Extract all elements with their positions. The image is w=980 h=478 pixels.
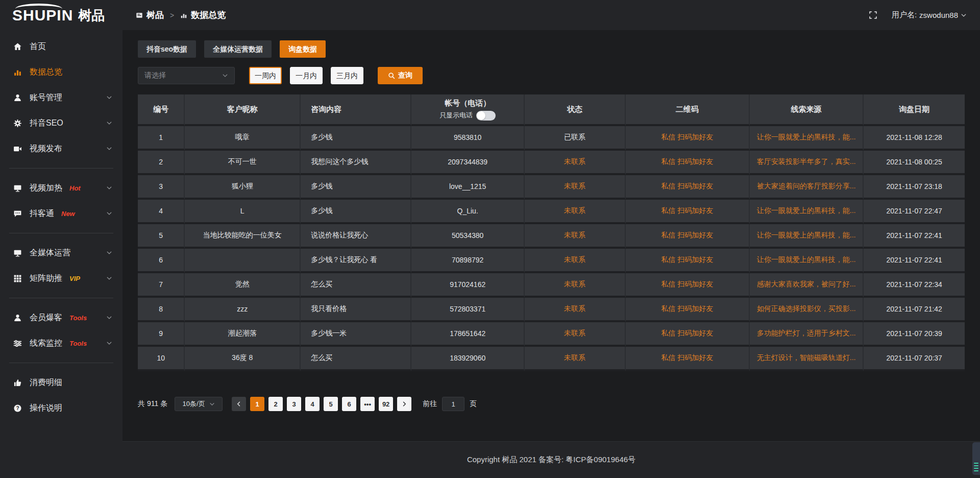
- cell-content: 怎么买: [301, 273, 411, 298]
- table-row: 2 不可一世 我想问这个多少钱 2097344839 未联系 私信 扫码加好友: [138, 151, 965, 175]
- source-link[interactable]: 让你一眼就爱上的黑科技，能...: [757, 133, 856, 141]
- cell-content: 我只看价格: [301, 298, 411, 322]
- tab[interactable]: 询盘数据: [280, 40, 326, 58]
- user-icon: [13, 93, 22, 102]
- period-button[interactable]: 一周内: [249, 67, 282, 84]
- qr-friend-link[interactable]: 私信 扫码加好友: [661, 182, 713, 190]
- sidebar-item[interactable]: 数据总览: [0, 59, 122, 85]
- sidebar-menu: 首页 数据总览 账号管理: [0, 31, 122, 421]
- cell-status: 未联系: [525, 273, 626, 298]
- sidebar-item[interactable]: 线索监控 Tools: [0, 330, 122, 356]
- chevron-down-icon: [106, 250, 112, 256]
- cell-source: 多功能护栏灯，适用于乡村文...: [750, 322, 864, 347]
- goto-page-input[interactable]: [442, 397, 464, 411]
- qr-friend-link[interactable]: 私信 扫码加好友: [661, 206, 713, 214]
- table-row: 1 哦章 多少钱 9583810 已联系 私信 扫码加好友 让你一眼就: [138, 126, 965, 151]
- page-number-button[interactable]: 2: [268, 397, 283, 411]
- page-number-button[interactable]: 6: [342, 397, 356, 411]
- col-header-id: 编号: [138, 94, 185, 126]
- page-number-button[interactable]: 92: [379, 397, 393, 411]
- main-column: 树品 > 数据总览 用户名: zswodun88: [122, 0, 980, 478]
- next-page-button[interactable]: [397, 397, 411, 411]
- bar-chart-icon: [180, 12, 187, 19]
- sidebar-item[interactable]: 会员爆客 Tools: [0, 305, 122, 330]
- qr-friend-link[interactable]: 私信 扫码加好友: [661, 231, 713, 239]
- qr-friend-link[interactable]: 私信 扫码加好友: [661, 280, 713, 288]
- side-widget[interactable]: [972, 442, 980, 475]
- cell-qrcode: 私信 扫码加好友: [626, 126, 750, 151]
- sidebar-item-badge: New: [61, 210, 75, 218]
- qr-friend-link[interactable]: 私信 扫码加好友: [661, 133, 713, 141]
- cell-date: 2021-11-08 12:28: [864, 126, 965, 151]
- source-link[interactable]: 客厅安装投影半年多了，真实...: [757, 157, 856, 165]
- cell-status: 未联系: [525, 224, 626, 249]
- source-link[interactable]: 感谢大家喜欢我家，被问了好...: [757, 280, 856, 288]
- qr-friend-link[interactable]: 私信 扫码加好友: [661, 157, 713, 165]
- sidebar-item[interactable]: 抖音SEO: [0, 110, 122, 136]
- table-row: 10 36度 8 怎么买 183929060 未联系 私信 扫码加好友: [138, 347, 965, 371]
- qr-friend-link[interactable]: 私信 扫码加好友: [661, 255, 713, 264]
- document-icon: [136, 12, 143, 19]
- phone-only-toggle[interactable]: [476, 111, 496, 121]
- cell-nickname: 潮起潮落: [185, 322, 301, 347]
- page-number-button[interactable]: 4: [305, 397, 320, 411]
- page-number-button[interactable]: 3: [287, 397, 301, 411]
- page-number-button[interactable]: 1: [250, 397, 264, 411]
- user-menu[interactable]: 用户名: zswodun88: [892, 10, 967, 20]
- source-link[interactable]: 无主灯设计，智能磁吸轨道灯...: [757, 353, 856, 362]
- prev-page-button[interactable]: [232, 397, 246, 411]
- copyright-text: Copyright 树品 2021 备案号: 粤ICP备09019646号: [467, 455, 635, 465]
- breadcrumb-separator: >: [170, 11, 174, 19]
- sidebar-divider: [9, 168, 113, 169]
- breadcrumb-current[interactable]: 数据总览: [180, 9, 226, 21]
- source-link[interactable]: 让你一眼就爱上的黑科技，能...: [757, 206, 856, 214]
- cell-nickname: 狐小狸: [185, 175, 301, 200]
- sidebar-item[interactable]: 账号管理: [0, 85, 122, 110]
- cell-content: 多少钱一米: [301, 322, 411, 347]
- sidebar-item-label: 视频发布: [30, 144, 62, 154]
- source-link[interactable]: 如何正确选择投影仪，买投影...: [757, 304, 856, 313]
- cell-id: 2: [138, 151, 185, 175]
- period-button[interactable]: 三月内: [331, 67, 363, 84]
- sidebar-item[interactable]: ? 操作说明: [0, 395, 122, 421]
- brand-logo-en: SHUPIN: [12, 8, 73, 23]
- cell-account: Q_Liu.: [411, 200, 525, 224]
- sidebar-item[interactable]: 视频加热 Hot: [0, 175, 122, 201]
- sidebar-item[interactable]: 抖客通 New: [0, 201, 122, 226]
- source-link[interactable]: 被大家追着问的客厅投影分享...: [757, 182, 856, 190]
- pagination-total: 共 911 条: [138, 399, 167, 409]
- query-button[interactable]: 查询: [378, 67, 423, 84]
- qr-friend-link[interactable]: 私信 扫码加好友: [661, 329, 713, 337]
- gear-icon: [13, 118, 22, 128]
- cell-source: 感谢大家喜欢我家，被问了好...: [750, 273, 864, 298]
- sidebar-item[interactable]: 首页: [0, 34, 122, 59]
- cell-nickname: 不可一世: [185, 151, 301, 175]
- cell-source: 让你一眼就爱上的黑科技，能...: [750, 126, 864, 151]
- cell-source: 被大家追着问的客厅投影分享...: [750, 175, 864, 200]
- topbar: 树品 > 数据总览 用户名: zswodun88: [122, 0, 980, 30]
- cell-content: 我想问这个多少钱: [301, 151, 411, 175]
- chevron-down-icon: [106, 210, 112, 217]
- tab[interactable]: 全媒体运营数据: [204, 40, 272, 58]
- source-link[interactable]: 让你一眼就爱上的黑科技，能...: [757, 255, 856, 264]
- qr-friend-link[interactable]: 私信 扫码加好友: [661, 353, 713, 362]
- page-number-button[interactable]: •••: [360, 397, 375, 411]
- search-icon: [388, 72, 395, 79]
- tab[interactable]: 抖音seo数据: [138, 40, 196, 58]
- page-size-select[interactable]: 10条/页: [175, 397, 223, 411]
- sidebar-item[interactable]: 全媒体运营: [0, 240, 122, 266]
- fullscreen-icon[interactable]: [869, 11, 877, 19]
- sidebar: SHUPIN 树品 首页 数据总览: [0, 0, 122, 478]
- col-header-status: 状态: [525, 94, 626, 126]
- filter-select[interactable]: 请选择: [138, 67, 235, 84]
- sidebar-item[interactable]: 矩阵助推 VIP: [0, 266, 122, 291]
- qr-friend-link[interactable]: 私信 扫码加好友: [661, 304, 713, 313]
- page-number-button[interactable]: 5: [324, 397, 338, 411]
- source-link[interactable]: 多功能护栏灯，适用于乡村文...: [757, 329, 856, 337]
- breadcrumb-home[interactable]: 树品: [136, 9, 164, 21]
- period-button[interactable]: 一月内: [290, 67, 323, 84]
- sidebar-item[interactable]: 视频发布: [0, 136, 122, 161]
- source-link[interactable]: 让你一眼就爱上的黑科技，能...: [757, 231, 856, 239]
- cell-id: 6: [138, 249, 185, 273]
- sidebar-item[interactable]: 消费明细: [0, 370, 122, 395]
